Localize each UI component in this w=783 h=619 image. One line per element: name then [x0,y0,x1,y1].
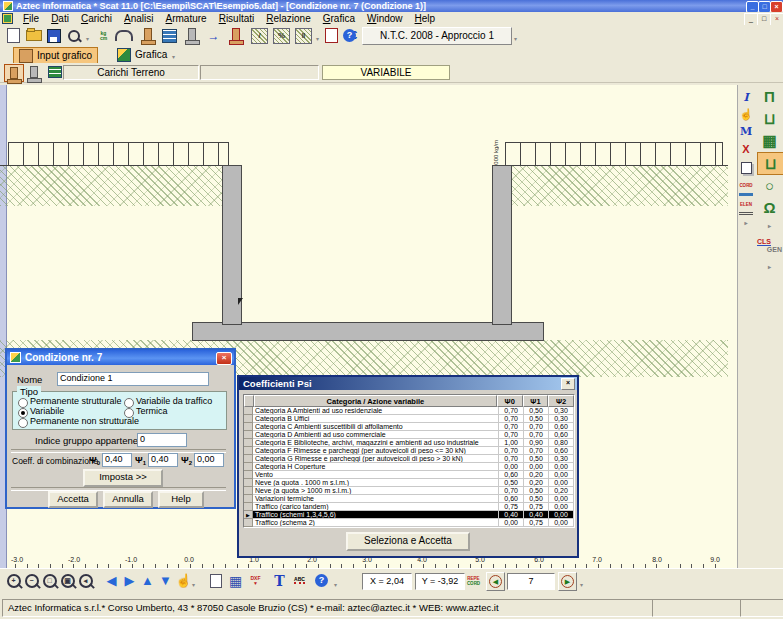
previous-condition-button[interactable]: ◀ [486,572,505,591]
report-button[interactable] [322,26,341,45]
load-type-2-button[interactable] [25,64,43,80]
menu-carichi[interactable]: Carichi [75,12,118,25]
materials-button[interactable] [160,26,179,45]
pan-down-button[interactable]: ▼ [156,571,175,590]
condition-close-icon[interactable]: × [216,352,232,365]
analysis-3-button[interactable]: ‖ [294,26,313,45]
modify-tool-button[interactable]: M [739,124,753,139]
shape-ushape-selected-button[interactable]: ⊔ [757,152,783,175]
psi-row[interactable]: Variazioni termiche0,600,500,00 [244,495,574,503]
new-file-button[interactable] [4,26,23,45]
pointer-hand-icon[interactable]: ☝ [739,107,753,122]
radio-termica[interactable] [124,408,134,418]
tab-input-grafico[interactable]: Input grafico [13,47,98,64]
help-button[interactable]: ? [340,26,359,45]
shape-portal-button[interactable]: Π [757,86,782,107]
cls-gen-button[interactable]: CLS GEN [757,232,782,258]
menu-analisi[interactable]: Analisi [118,12,159,25]
zoom-extents-button[interactable]: ▣ [58,571,77,590]
imposta-button[interactable]: Imposta >> [83,469,163,487]
psi-row-selected[interactable]: ▶Traffico (schemi 1,3,4,5,6)0,400,400,00 [244,511,574,519]
radio-permanente-non-strutturale[interactable] [18,418,28,428]
repe-cord-button[interactable]: REPECORD [464,571,483,590]
zoom-previous-button[interactable]: ◂ [76,571,95,590]
open-file-button[interactable] [24,26,43,45]
norms-button[interactable] [114,26,133,45]
shape-arch-button[interactable]: Ω [757,197,782,218]
radio-permanente-strutturale[interactable] [18,398,28,408]
dxf-export-button[interactable]: DXF▼ [246,571,265,590]
psi-row[interactable]: Categoria H Coperture0,000,000,00 [244,463,574,471]
pages-tool-button[interactable] [739,160,753,175]
menu-risultati[interactable]: Risultati [213,12,261,25]
shape-ushape-button[interactable]: ⊔ [757,108,782,129]
pan-left-button[interactable]: ◀ [102,571,121,590]
psi-row[interactable]: Categoria C Ambienti suscettibili di aff… [244,423,574,431]
psi-row[interactable]: Categoria D Ambienti ad uso commerciale0… [244,431,574,439]
shape-closedbox-button[interactable]: ▦ [757,130,782,151]
list-tool-button[interactable]: ELEN [739,197,753,215]
condition-number-box[interactable]: 7 [507,573,555,590]
coordinates-tool-button[interactable]: CORD [739,178,753,196]
psi-row[interactable]: Categoria F Rimesse e parcheggi (per aut… [244,447,574,455]
psi-row[interactable]: Vento0,600,200,00 [244,471,574,479]
psi0-input[interactable]: 0,40 [102,453,132,467]
psi-row[interactable]: Categoria A Ambienti ad uso residenziale… [244,407,574,415]
wall-geometry-button[interactable] [138,26,157,45]
char-style-button[interactable]: ABC [290,571,309,590]
drawing-canvas[interactable]: 1000 kg/m -3.0 -2.0 -1.0 0.0 1.0 2.0 3.0… [0,85,737,568]
psi-row[interactable]: Categoria G Rimesse e parcheggi (per aut… [244,455,574,463]
insert-tool-button[interactable]: I [739,90,753,105]
seleziona-accetta-button[interactable]: Seleziona e Accetta [346,532,470,551]
indice-input[interactable]: 0 [137,433,187,447]
menu-grafica[interactable]: Grafica [317,12,361,25]
radio-variabile-da-traffico[interactable] [124,398,134,408]
help-context-button[interactable]: ? [312,571,331,590]
zoom-window-button[interactable]: □ [40,571,59,590]
wall-dimensions-button[interactable] [226,26,245,45]
tab-grafica[interactable]: Grafica [112,47,172,62]
menu-relazione[interactable]: Relazione [260,12,317,25]
psi-row[interactable]: Neve (a quota . 1000 m s.l.m.)0,500,200,… [244,479,574,487]
accetta-button[interactable]: Accetta [48,491,98,508]
pan-right-button[interactable]: ▶ [120,571,139,590]
menu-dati[interactable]: Dati [45,12,75,25]
psi-row[interactable]: Traffico (schema 2)0,000,750,00 [244,519,574,527]
ntc-approccio-selector[interactable]: N.T.C. 2008 - Approccio 1 [362,27,512,45]
menu-armature[interactable]: Armature [160,12,213,25]
psi-row[interactable]: Traffico (carico tandem)0,750,750,00 [244,503,574,511]
psi-row[interactable]: Neve (a quota > 1000 m s.l.m.)0,700,500,… [244,487,574,495]
load-group-label[interactable]: Carichi Terreno [63,65,199,80]
pan-hand-icon[interactable]: ☝ [174,571,193,590]
radio-variabile[interactable] [18,408,28,418]
help-button-dialog[interactable]: Help [158,491,204,508]
psi-close-icon[interactable]: × [561,378,575,390]
grid-toggle-button[interactable]: ▦ [226,571,245,590]
delete-tool-button[interactable]: X [739,141,753,156]
load-type-1-button[interactable] [4,64,24,82]
loads-button[interactable]: → [204,26,223,45]
psi-row[interactable]: Categoria E Biblioteche, archivi, magazz… [244,439,574,447]
psi1-input[interactable]: 0,40 [148,453,178,467]
menu-help[interactable]: Help [409,12,442,25]
zoom-in-button[interactable]: + [4,571,23,590]
annulla-button[interactable]: Annulla [103,491,153,508]
text-tool-button[interactable]: T [270,571,289,590]
analysis-2-button[interactable]: % [272,26,291,45]
psi2-input[interactable]: 0,00 [194,453,224,467]
save-file-button[interactable] [44,26,63,45]
menu-window[interactable]: Window [361,12,409,25]
analysis-1-button[interactable]: / [250,26,269,45]
shape-circular-button[interactable]: ○ [757,175,782,196]
pan-up-button[interactable]: ▲ [138,571,157,590]
file-preview-button[interactable] [64,26,83,45]
zoom-out-button[interactable]: − [22,571,41,590]
next-condition-button[interactable]: ▶ [558,572,577,591]
print-preview-button[interactable] [206,571,225,590]
menu-file[interactable]: File [17,12,45,25]
units-button[interactable]: kgcm [94,26,113,45]
psi-row[interactable]: Categoria B Uffici0,700,500,30 [244,415,574,423]
load-type-3-button[interactable] [46,64,64,80]
soil-profile-button[interactable] [182,26,201,45]
name-input[interactable]: Condizione 1 [57,372,209,386]
